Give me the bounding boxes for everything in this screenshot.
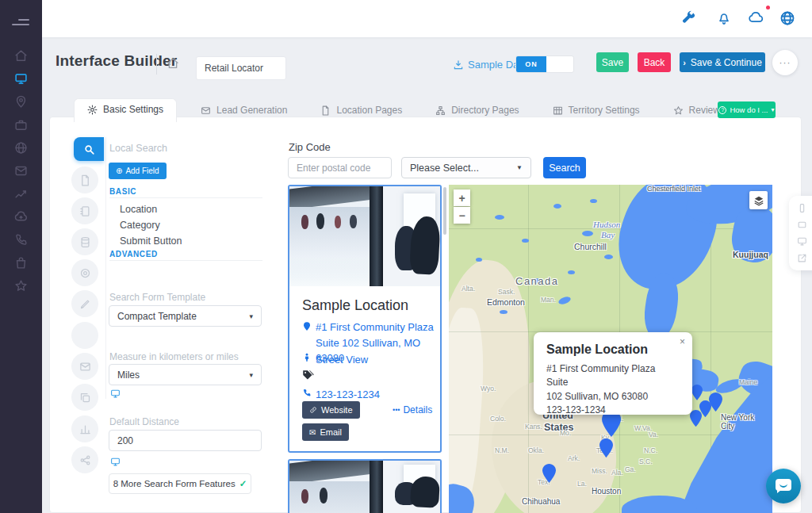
email-button[interactable]: ✉ Email [302,423,349,441]
target-icon[interactable] [71,259,98,286]
tab-basic-settings[interactable]: Basic Settings [74,98,177,122]
add-field-button[interactable]: ⊕ Add Field [109,163,167,179]
chevron-down-icon: ▾ [772,106,775,113]
details-link[interactable]: ••• Details [393,404,432,415]
hamburger-menu-icon[interactable] [12,16,29,29]
divider [109,260,262,261]
field-item-submit-button[interactable]: Submit Button [120,235,182,247]
home-icon[interactable] [14,49,28,63]
table-icon [553,105,563,116]
default-distance-input[interactable] [109,430,262,451]
external-link-icon[interactable] [797,253,807,263]
map-label: City [721,422,734,431]
mobile-preview-icon[interactable] [797,203,807,213]
website-button[interactable]: Website [302,401,360,419]
lake [568,270,575,274]
question-circle-icon: ? [718,106,726,114]
map-info-window: × Sample Location #1 First Community Pla… [534,332,692,415]
envelope-field-icon[interactable] [71,353,98,380]
default-distance-label: Default Distance [109,416,179,427]
map-label: Chihuahua [522,497,560,506]
how-do-i-button[interactable]: ? How do I ... ▾ [718,101,776,118]
map-zoom-in-button[interactable]: + [454,190,470,206]
map-label: Edmonton [487,297,525,307]
advanced-section-label: ADVANCED [109,250,158,258]
back-button[interactable]: Back [638,52,671,72]
sample-data-switch[interactable]: ON [515,56,574,73]
tab-location-pages[interactable]: Location Pages [311,100,412,121]
map-label: Wyo. [481,385,496,392]
analytics-icon[interactable] [14,187,28,201]
map-zoom-out-button[interactable]: − [454,207,470,224]
project-name-input[interactable] [196,56,286,80]
bag-icon[interactable] [14,256,28,270]
map-label: Miss. [592,467,607,475]
street-view-link[interactable]: Street View [302,352,368,368]
phone-icon[interactable] [14,233,28,247]
lake [582,231,593,236]
location-pin-icon[interactable] [14,95,28,109]
grid-icon[interactable] [71,322,98,349]
interface-builder-icon[interactable] [14,72,28,86]
map-label: Sask. [498,288,515,296]
database-icon[interactable] [71,228,98,255]
map-pin-icon[interactable] [599,438,613,457]
brush-icon[interactable] [71,290,98,317]
gear-icon [87,105,98,115]
category-select[interactable]: Please Select... ▼ [401,157,531,178]
bar-chart-icon[interactable] [71,415,98,442]
map-pin-icon[interactable] [691,385,703,400]
tab-territory-settings[interactable]: Territory Settings [543,100,649,121]
briefcase-icon[interactable] [14,118,28,132]
file-icon [320,105,331,116]
map-layers-button[interactable] [749,191,768,209]
field-item-location[interactable]: Location [120,204,157,215]
star-icon[interactable] [14,279,28,293]
globe-icon[interactable] [14,141,28,155]
notifications-bell-icon[interactable] [716,10,732,26]
more-search-form-features-button[interactable]: 8 More Search Form Features ✓ [109,473,251,494]
world-account-icon[interactable] [779,10,795,26]
search-form-template-select[interactable]: Compact Template ▾ [109,305,262,327]
tools-wrench-icon[interactable] [680,10,696,26]
tab-directory-pages[interactable]: Directory Pages [426,100,528,121]
phone-link[interactable]: 123-123-1234 [302,387,380,403]
map-label: Ala. [611,469,623,477]
lake [604,255,613,259]
field-item-category[interactable]: Category [120,220,160,231]
save-button[interactable]: Save [596,52,629,72]
cloud-sync-icon[interactable] [748,10,764,26]
map-canvas[interactable]: Chesterfield Inlet Hudson Bay Churchill … [449,185,772,513]
lake [476,258,482,262]
map-label: Canada [515,275,559,287]
breadcrumb-home-icon[interactable] [167,57,179,70]
mail-icon[interactable] [14,164,28,178]
copy-icon[interactable] [71,384,98,411]
local-search-field-tile[interactable] [74,137,104,161]
tablet-preview-icon[interactable] [797,220,807,230]
desktop-preview-icon[interactable] [797,236,807,247]
lake [495,215,504,220]
map-pin-icon[interactable] [709,392,722,412]
address-book-icon[interactable] [71,197,98,224]
file-field-icon[interactable] [71,167,98,193]
map-pin-icon[interactable] [542,464,556,483]
lake [500,310,508,314]
builder-panel: Local Search ⊕ Add Field BASIC Location … [49,117,802,513]
lake [553,204,561,209]
tab-lead-generation[interactable]: Lead Generation [191,100,297,121]
map-label: Chesterfield Inlet [647,185,701,193]
search-button[interactable]: Search [543,157,586,178]
share-nodes-icon[interactable] [71,446,98,473]
close-icon[interactable]: × [680,336,685,347]
cloud-upload-icon[interactable] [14,210,28,224]
check-icon: ✓ [239,478,247,489]
postal-code-input[interactable] [288,157,392,178]
sitemap-icon [435,105,446,116]
more-options-button[interactable]: ··· [772,50,798,75]
results-scrollbar[interactable] [443,187,446,235]
measure-units-select[interactable]: Miles ▾ [109,364,262,385]
chat-launcher-button[interactable] [766,469,801,503]
builder-tabs: Basic Settings Lead Generation Location … [74,98,767,121]
save-continue-button[interactable]: › Save & Continue [680,52,765,72]
